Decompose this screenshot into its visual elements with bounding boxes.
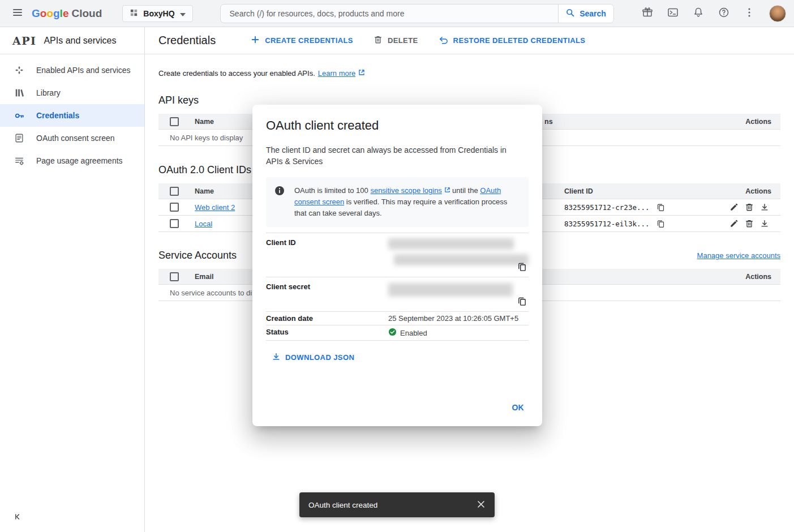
client-name-link[interactable]: Local [195,220,212,228]
search-input[interactable] [221,5,558,23]
snackbar-close-button[interactable] [471,495,491,515]
topbar-actions [637,3,786,24]
google-cloud-logo: Google Cloud [32,7,102,20]
project-selector[interactable]: BoxyHQ [122,5,192,22]
info-icon [274,185,285,219]
more-vert-icon [744,7,755,20]
global-search: Search [220,4,614,23]
cloud-shell-button[interactable] [662,3,684,24]
delete-icon[interactable] [744,218,755,229]
sidebar-item-credentials[interactable]: Credentials [0,104,144,127]
account-avatar[interactable] [769,5,786,22]
client-id-label: Client ID [266,233,388,277]
learn-more-link[interactable]: Learn more [318,69,355,78]
select-all-checkbox[interactable] [170,272,179,281]
sidebar-item-enabled-apis[interactable]: Enabled APIs and services [0,59,144,81]
row-checkbox[interactable] [170,219,179,228]
external-link-icon [358,69,365,78]
sidebar-item-label: Library [36,88,61,97]
dialog-title: OAuth client created [266,118,529,133]
column-header-partial: ns [544,114,553,129]
ok-button[interactable]: OK [505,398,531,417]
download-icon[interactable] [759,201,770,213]
redacted-text [394,254,529,265]
search-icon [565,8,575,19]
redacted-text [388,283,513,297]
check-circle-icon [388,328,397,338]
copy-icon[interactable] [655,201,667,213]
snackbar: OAuth client created [299,492,495,517]
client-secret-label: Client secret [266,277,388,311]
close-icon [477,500,485,510]
logo-letter: e [63,7,69,20]
select-all-checkbox[interactable] [170,187,179,196]
column-header-actions: Actions [713,187,780,195]
search-button-label: Search [580,9,606,18]
copy-client-secret-button[interactable] [516,295,527,307]
intro-text: Create credentials to access your enable… [158,69,780,78]
more-options-button[interactable] [739,3,760,24]
help-icon [718,7,729,20]
notice-pre: OAuth is limited to 100 [294,186,370,195]
sidebar-item-oauth-consent[interactable]: OAuth consent screen [0,127,144,149]
column-header-client-id: Client ID [564,187,713,195]
restore-deleted-credentials-button[interactable]: RESTORE DELETED CREDENTIALS [433,31,591,50]
column-header-actions: Actions [713,273,780,281]
sensitive-scope-logins-link[interactable]: sensitive scope logins [370,186,441,195]
sidebar-item-label: Credentials [36,111,79,120]
client-id-value: 83255951712-eil3k... [564,220,650,228]
free-trial-gift-button[interactable] [637,3,658,24]
client-name-link[interactable]: Web client 2 [195,203,235,212]
topbar: Google Cloud BoxyHQ Search [0,0,794,27]
select-all-checkbox[interactable] [170,117,179,126]
logo-letter: o [40,7,47,20]
terminal-icon [667,7,679,20]
download-icon [272,352,281,363]
client-id-value-redacted [388,233,529,277]
help-button[interactable] [713,3,735,24]
sidebar-item-library[interactable]: Library [0,81,144,104]
logo-letter: G [32,7,40,20]
client-id-value: 83255951712-cr23e... [564,203,650,212]
sidebar-item-label: Page usage agreements [36,156,123,165]
status-label: Status [266,325,388,340]
creation-date-label: Creation date [266,312,388,325]
library-icon [14,87,25,98]
sidebar-item-page-usage-agreements[interactable]: Page usage agreements [0,149,144,172]
search-button[interactable]: Search [558,5,613,23]
snackbar-message: OAuth client created [308,501,471,509]
notifications-button[interactable] [688,3,709,24]
oauth-limit-notice: OAuth is limited to 100 sensitive scope … [266,177,529,227]
page-header: Credentials CREATE CREDENTIALS DELETE RE… [145,27,794,54]
edit-icon[interactable] [728,201,740,213]
project-icon [130,8,138,19]
restore-label: RESTORE DELETED CREDENTIALS [453,36,586,45]
delete-icon[interactable] [744,201,755,213]
create-credentials-button[interactable]: CREATE CREDENTIALS [245,31,359,50]
copy-icon[interactable] [655,218,667,229]
manage-service-accounts-link[interactable]: Manage service accounts [697,251,780,260]
client-secret-value-redacted [388,277,529,311]
notice-text: OAuth is limited to 100 sensitive scope … [294,185,520,219]
delete-button[interactable]: DELETE [368,31,424,50]
trash-icon [374,35,383,46]
download-icon[interactable] [759,218,770,229]
hamburger-icon [12,7,23,20]
row-checkbox[interactable] [170,203,179,212]
sidebar-title: APIs and services [44,36,116,46]
sidebar-nav: Enabled APIs and services Library Creden… [0,54,144,172]
download-json-button[interactable]: DOWNLOAD JSON [267,349,359,366]
column-header-actions: Actions [713,118,780,126]
creation-date-field: Creation date 25 September 2023 at 10:26… [266,312,529,325]
intro-sentence: Create credentials to access your enable… [158,69,315,78]
copy-client-id-button[interactable] [516,261,527,272]
collapse-sidebar-button[interactable] [10,510,25,525]
chevron-down-icon [180,9,186,18]
status-field: Status Enabled [266,325,529,341]
enabled-apis-icon [14,65,25,76]
main-menu-button[interactable] [7,3,28,24]
gift-icon [642,7,653,20]
dialog-fields: Client ID Client secret [266,233,529,341]
edit-icon[interactable] [728,218,740,229]
sidebar: API APIs and services Enabled APIs and s… [0,27,145,532]
